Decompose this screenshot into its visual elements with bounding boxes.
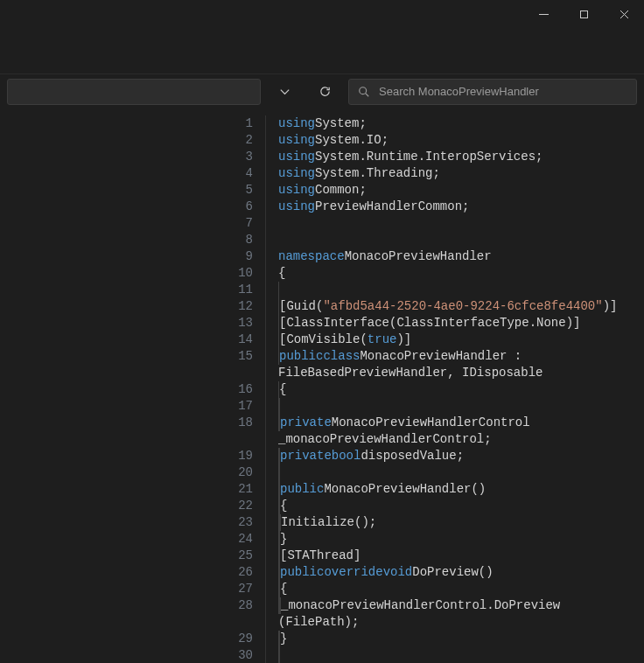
line-number: 24 [233,531,253,548]
line-number: 6 [233,199,253,215]
line-number [233,431,253,448]
indent-guide [279,398,280,415]
line-number: 26 [233,564,253,581]
line-number: 19 [233,448,253,464]
line-number: 23 [233,514,253,531]
code-line[interactable]: public MonacoPreviewHandler() [278,481,644,498]
line-number: 7 [233,215,253,232]
code-line[interactable]: using System; [278,115,644,132]
line-number: 3 [233,149,253,165]
code-line[interactable]: public override void DoPreview() [278,564,644,581]
line-number: 28 [233,597,253,614]
code-line[interactable]: using Common; [278,182,644,199]
line-number-gutter: 1234567891011121314151617181920212223242… [233,115,266,663]
minimize-icon [539,10,549,19]
indent-guide [278,282,279,298]
line-number: 9 [233,248,253,265]
line-number: 12 [233,298,253,315]
code-content[interactable]: using System;using System.IO;using Syste… [266,115,644,663]
line-number: 14 [233,332,253,348]
search-input[interactable]: Search MonacoPreviewHandler [348,79,637,105]
line-number: 18 [233,415,253,431]
svg-line-5 [366,93,369,96]
line-number: 20 [233,464,253,481]
code-line[interactable] [278,282,644,298]
code-line[interactable]: [ComVisible(true)] [278,332,644,348]
line-number [233,365,253,381]
code-line[interactable]: { [278,265,644,282]
code-line[interactable]: using System.IO; [278,132,644,149]
code-line[interactable]: [STAThread] [278,548,644,564]
code-line[interactable]: Initialize(); [278,514,644,531]
indent-guide [279,464,280,481]
code-line[interactable]: } [278,631,644,647]
code-line[interactable] [278,464,644,481]
line-number: 17 [233,398,253,415]
line-number: 25 [233,548,253,564]
code-line-continuation[interactable]: (FilePath); [278,614,644,631]
line-number [233,614,253,631]
code-line[interactable]: using System.Runtime.InteropServices; [278,149,644,165]
code-line[interactable]: { [278,381,644,398]
code-line[interactable] [278,232,644,248]
window-titlebar [0,0,644,28]
code-editor[interactable]: 1234567891011121314151617181920212223242… [0,115,644,663]
code-line-continuation[interactable]: _monacoPreviewHandlerControl; [278,431,644,448]
line-number: 22 [233,498,253,514]
code-line[interactable]: [Guid("afbd5a44-2520-4ae0-9224-6cfce8fe4… [278,298,644,315]
code-line[interactable]: private bool disposedValue; [278,448,644,464]
svg-rect-1 [580,10,587,17]
line-number: 2 [233,132,253,149]
code-line-continuation[interactable]: FileBasedPreviewHandler, IDisposable [278,365,644,381]
code-line[interactable]: using System.Threading; [278,165,644,182]
code-line[interactable] [278,398,644,415]
code-line[interactable]: public class MonacoPreviewHandler : [278,348,644,365]
svg-point-4 [360,87,367,94]
code-line[interactable]: using PreviewHandlerCommon; [278,199,644,215]
line-number: 8 [233,232,253,248]
close-button[interactable] [604,0,644,28]
code-line[interactable]: { [278,581,644,597]
line-number: 27 [233,581,253,597]
maximize-button[interactable] [564,0,604,28]
line-number: 30 [233,647,253,663]
line-number: 5 [233,182,253,199]
code-line[interactable]: _monacoPreviewHandlerControl.DoPreview [278,597,644,614]
chevron-down-icon [278,85,291,98]
code-line[interactable]: private MonacoPreviewHandlerControl [278,415,644,431]
refresh-button[interactable] [308,75,341,108]
code-line[interactable]: { [278,498,644,514]
dropdown-button[interactable] [268,75,301,108]
code-line[interactable]: namespace MonacoPreviewHandler [278,248,644,265]
code-line[interactable]: [ClassInterface(ClassInterfaceType.None)… [278,315,644,332]
indent-guide [279,647,280,663]
search-placeholder: Search MonacoPreviewHandler [379,85,539,98]
search-icon [358,86,370,98]
line-number: 1 [233,115,253,132]
line-number: 11 [233,282,253,298]
code-line[interactable]: } [278,531,644,548]
editor-left-pad [0,115,233,663]
close-icon [620,10,629,19]
line-number: 16 [233,381,253,398]
maximize-icon [579,10,589,19]
line-number: 21 [233,481,253,498]
line-number: 13 [233,315,253,332]
code-line[interactable] [278,215,644,232]
toolbar: Search MonacoPreviewHandler [0,73,644,108]
line-number: 10 [233,265,253,282]
refresh-icon [318,85,332,98]
line-number: 4 [233,165,253,182]
line-number: 15 [233,348,253,365]
line-number: 29 [233,631,253,647]
minimize-button[interactable] [523,0,564,28]
code-line[interactable] [278,647,644,663]
header-spacer [0,28,644,73]
address-input[interactable] [7,79,261,105]
